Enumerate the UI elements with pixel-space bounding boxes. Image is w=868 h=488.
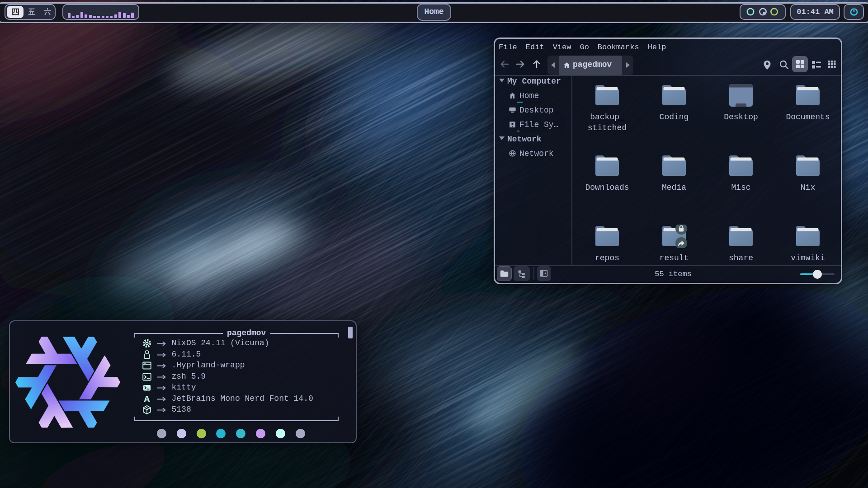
svg-text:A: A [143,394,150,404]
